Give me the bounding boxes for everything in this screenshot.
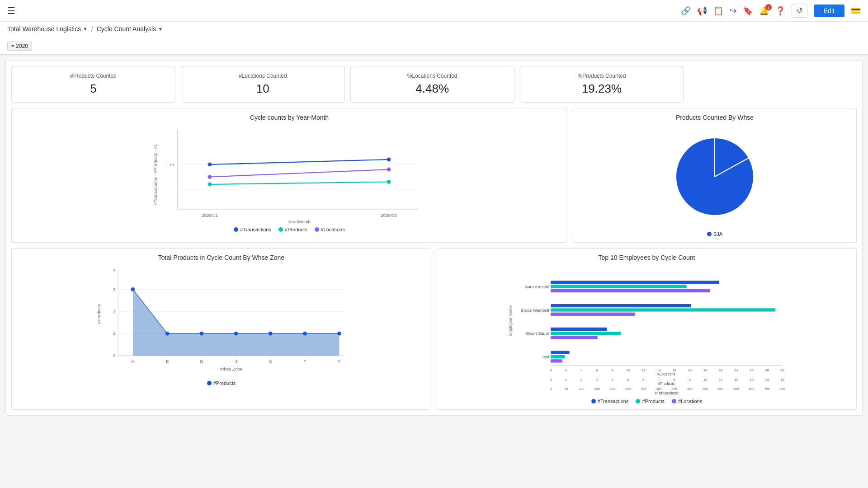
svg-rect-61: [551, 359, 562, 362]
current-dropdown-icon[interactable]: ▼: [158, 26, 163, 32]
refresh-button[interactable]: ↺: [792, 4, 807, 18]
svg-text:50: 50: [564, 387, 568, 391]
svg-text:G: G: [200, 359, 203, 364]
legend-bar-locations: #Locations: [672, 399, 702, 404]
svg-text:Sara Arnould: Sara Arnould: [525, 285, 549, 289]
filter-tag[interactable]: = 2020: [7, 42, 32, 51]
link-icon[interactable]: 🔗: [681, 6, 691, 16]
kpi-products-counted: #Products Counted 5: [11, 66, 175, 103]
svg-point-11: [208, 183, 212, 187]
bar-chart-h-legend: #Transactions #Products #Locations: [443, 399, 851, 404]
bar-chart-h-box: Top 10 Employees by Cycle Count Employee…: [437, 248, 857, 410]
svg-text:#Transactions - #Products - #L: #Transactions - #Products - #L: [153, 144, 158, 205]
svg-text:Employee Name: Employee Name: [508, 305, 513, 337]
svg-text:28: 28: [765, 368, 769, 372]
svg-text:2: 2: [565, 368, 567, 372]
svg-text:0: 0: [550, 378, 552, 382]
svg-text:26: 26: [750, 368, 753, 372]
help-icon[interactable]: ❓: [775, 6, 785, 16]
legend-bar-transactions: #Transactions: [591, 399, 629, 404]
legend-locations: #Locations: [315, 227, 345, 232]
legend-products: #Products: [278, 227, 307, 232]
svg-text:#Products: #Products: [96, 304, 101, 324]
area-chart-svg: #Products 0 1 2 3 4 A B G J S T Y Whs: [17, 265, 425, 378]
svg-point-12: [387, 180, 391, 184]
svg-point-39: [165, 332, 170, 336]
svg-text:Y: Y: [338, 359, 341, 364]
svg-text:B: B: [166, 359, 169, 364]
megaphone-icon[interactable]: 📢: [697, 6, 707, 16]
svg-text:6: 6: [642, 378, 644, 382]
edit-button[interactable]: Edit: [814, 5, 844, 17]
line-chart-box: Cycle counts by Year-Month #Transactions…: [11, 108, 567, 243]
locations-dot: [315, 227, 319, 232]
svg-text:1: 1: [565, 378, 567, 382]
notification-icon[interactable]: 🔔 1: [759, 6, 769, 16]
kpi-row: #Products Counted 5 #Locations Counted 1…: [11, 66, 857, 103]
pie-chart-svg: [670, 131, 760, 222]
svg-point-42: [269, 332, 273, 336]
svg-text:22: 22: [719, 368, 722, 372]
svg-point-14: [387, 168, 391, 172]
export-icon[interactable]: ↪: [730, 6, 736, 16]
svg-rect-50: [551, 281, 719, 284]
svg-point-40: [200, 332, 204, 336]
svg-text:600: 600: [733, 387, 739, 391]
bookmark-icon[interactable]: 🔖: [743, 6, 753, 16]
svg-text:8: 8: [674, 378, 675, 382]
topbar: ☰ 🔗 📢 📋 ↪ 🔖 🔔 1 ❓ ↺ Edit 💳: [0, 0, 868, 22]
svg-text:J: J: [235, 359, 237, 364]
svg-text:30: 30: [781, 368, 784, 372]
svg-text:20: 20: [703, 368, 707, 372]
svg-text:#Locations: #Locations: [657, 372, 675, 376]
svg-text:24: 24: [734, 368, 738, 372]
notification-badge: 1: [765, 4, 772, 10]
svg-point-38: [131, 287, 135, 291]
legend-transactions: #Transactions: [234, 227, 271, 232]
line-chart-svg: #Transactions - #Products - #L 10 2020/1…: [17, 125, 561, 224]
parent-dropdown-icon[interactable]: ▼: [83, 26, 88, 32]
breadcrumb-parent[interactable]: Total Warehouse Logistics ▼: [7, 25, 88, 33]
svg-text:14: 14: [765, 378, 769, 382]
svg-text:350: 350: [656, 387, 661, 391]
legend-products-area: #Products: [207, 380, 236, 386]
legend-bar-products: #Products: [636, 399, 665, 404]
sja-dot: [707, 232, 712, 236]
menu-icon[interactable]: ☰: [7, 5, 15, 16]
svg-rect-59: [551, 351, 569, 354]
area-chart-legend: #Products: [17, 380, 425, 386]
transactions-dot: [234, 227, 238, 232]
svg-text:0: 0: [113, 353, 116, 358]
svg-text:#Transactions: #Transactions: [655, 391, 678, 395]
svg-text:test: test: [542, 355, 549, 359]
svg-text:100: 100: [579, 387, 584, 391]
svg-text:16: 16: [673, 368, 676, 372]
svg-text:4: 4: [113, 267, 116, 272]
svg-text:400: 400: [672, 387, 677, 391]
svg-text:3: 3: [596, 378, 598, 382]
clipboard-icon[interactable]: 📋: [713, 6, 723, 16]
svg-point-44: [337, 332, 341, 336]
svg-text:Bruce Wambolt: Bruce Wambolt: [521, 308, 550, 313]
svg-text:250: 250: [625, 387, 631, 391]
wallet-icon[interactable]: 💳: [851, 6, 861, 16]
svg-text:2: 2: [113, 309, 115, 314]
breadcrumb-current[interactable]: Cycle Count Analysis ▼: [97, 25, 163, 33]
svg-text:12: 12: [734, 378, 738, 382]
svg-text:5: 5: [627, 378, 629, 382]
svg-rect-54: [551, 308, 775, 311]
svg-text:4: 4: [612, 378, 613, 382]
svg-text:0: 0: [550, 387, 552, 391]
bar-locations-dot: [672, 399, 676, 404]
svg-text:18: 18: [688, 368, 692, 372]
products-area-dot: [207, 381, 212, 385]
svg-text:150: 150: [594, 387, 600, 391]
breadcrumb-bar: Total Warehouse Logistics ▼ / Cycle Coun…: [0, 22, 868, 55]
svg-text:500: 500: [703, 387, 708, 391]
svg-text:2: 2: [581, 378, 583, 382]
area-chart-box: Total Products in Cycle Count By Whse Zo…: [11, 248, 431, 410]
svg-rect-58: [551, 336, 598, 339]
svg-text:7: 7: [658, 378, 660, 382]
svg-text:550: 550: [718, 387, 723, 391]
svg-text:13: 13: [750, 378, 753, 382]
